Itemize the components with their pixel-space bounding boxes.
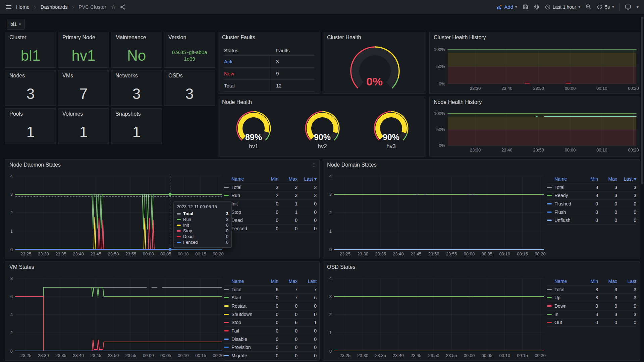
- legend-header-last[interactable]: Last ▾: [617, 176, 636, 182]
- legend-last-value: 0: [298, 328, 317, 334]
- legend-header-name[interactable]: Name: [547, 176, 579, 182]
- faults-status[interactable]: Ack: [223, 56, 269, 67]
- cluster-health-history-chart[interactable]: 0%50%100%23:3023:4023:5000:0000:1000:20: [430, 32, 640, 94]
- legend-max-value: 0: [278, 345, 298, 350]
- svg-text:23:25: 23:25: [20, 353, 32, 358]
- legend-series-name: Dead: [231, 218, 259, 223]
- legend-row-disable[interactable]: Disable000: [224, 335, 317, 344]
- legend-row-unflush[interactable]: Unflush000: [547, 216, 636, 225]
- variable-dropdown-cluster[interactable]: bl1 ▾: [7, 19, 24, 29]
- time-range-picker[interactable]: Last 1 hour ▾: [545, 4, 581, 10]
- legend-last-value: 7: [298, 287, 317, 292]
- save-icon[interactable]: [523, 4, 528, 10]
- legend-row-total[interactable]: Total677: [224, 286, 317, 294]
- legend-row-up[interactable]: Up333: [547, 294, 636, 302]
- legend-header-min[interactable]: Min: [259, 279, 278, 284]
- legend-header-row[interactable]: NameMinMaxLast: [224, 277, 317, 286]
- legend-series-swatch: [224, 314, 229, 315]
- breadcrumb-home[interactable]: Home: [16, 4, 30, 10]
- star-icon[interactable]: ☆: [111, 3, 116, 10]
- faults-status[interactable]: Total: [223, 80, 269, 92]
- add-button[interactable]: Add ▾: [497, 4, 517, 10]
- legend-row-in[interactable]: In333: [547, 310, 636, 319]
- legend-header-name[interactable]: Name: [224, 176, 259, 182]
- breadcrumb-dashboards[interactable]: Dashboards: [41, 4, 68, 10]
- svg-text:23:30: 23:30: [38, 251, 49, 256]
- faults-col-faults: Faults: [269, 48, 290, 53]
- legend-header-last[interactable]: Last: [298, 279, 317, 284]
- legend-header-last[interactable]: Last: [617, 279, 636, 284]
- faults-count: 9: [269, 71, 279, 76]
- stat-value: 1: [5, 120, 56, 144]
- legend-row-down[interactable]: Down000: [547, 302, 636, 310]
- legend-row-provision[interactable]: Provision000: [224, 344, 317, 352]
- svg-text:00:05: 00:05: [482, 251, 493, 256]
- scrollbar-thumb[interactable]: [641, 17, 643, 184]
- legend-series-name: Init: [231, 201, 259, 206]
- panel-title[interactable]: Cluster Faults: [218, 32, 320, 41]
- svg-text:23:40: 23:40: [501, 147, 513, 153]
- kiosk-monitor-icon[interactable]: [625, 4, 631, 10]
- legend-header-max[interactable]: Max: [278, 176, 298, 182]
- stat-title: Networks: [111, 70, 162, 79]
- legend-row-start[interactable]: Start076: [224, 294, 317, 302]
- breadcrumb-separator: ›: [34, 4, 36, 10]
- legend-min-value: 0: [259, 337, 278, 342]
- svg-text:23:30: 23:30: [38, 353, 49, 358]
- legend-row-ready[interactable]: Ready333: [547, 191, 636, 200]
- legend-min-value: 0: [579, 218, 598, 223]
- refresh-button[interactable]: 5s ▾: [597, 4, 614, 10]
- svg-text:2: 2: [329, 210, 332, 215]
- legend-series-swatch: [224, 347, 229, 348]
- legend-header-max[interactable]: Max: [598, 279, 617, 284]
- faults-status[interactable]: New: [223, 68, 269, 79]
- legend-last-value: 3: [298, 193, 317, 198]
- legend-row-dead[interactable]: Dead000: [224, 216, 317, 225]
- legend-header-row[interactable]: NameMinMaxLast: [547, 277, 636, 286]
- zoom-out-icon[interactable]: [586, 4, 591, 10]
- legend-row-shutdown[interactable]: Shutdown000: [224, 310, 317, 319]
- settings-icon[interactable]: [534, 4, 540, 10]
- legend-row-total[interactable]: Total333: [224, 183, 317, 192]
- legend-min-value: 3: [579, 312, 598, 317]
- legend-row-fail[interactable]: Fail000: [224, 327, 317, 335]
- legend-header-last[interactable]: Last ▾: [298, 176, 317, 182]
- legend-row-flushed[interactable]: Flushed000: [547, 200, 636, 208]
- node-health-history-chart[interactable]: 0%50%100%23:3023:4023:5000:0000:1000:20: [430, 97, 640, 156]
- svg-text:00:00: 00:00: [464, 251, 475, 256]
- legend-header-min[interactable]: Min: [579, 279, 598, 284]
- menu-icon[interactable]: [5, 4, 12, 10]
- legend-header-min[interactable]: Min: [579, 176, 598, 182]
- legend-header-row[interactable]: NameMinMaxLast ▾: [547, 175, 636, 183]
- legend-header-max[interactable]: Max: [598, 176, 617, 182]
- legend-min-value: 3: [579, 193, 598, 198]
- tooltip-row-total: Total3: [177, 211, 228, 217]
- svg-text:0: 0: [10, 349, 13, 354]
- legend-max-value: 6: [278, 320, 298, 325]
- panel-title[interactable]: Cluster Health: [323, 32, 426, 41]
- legend-header-row[interactable]: NameMinMaxLast ▾: [224, 175, 317, 183]
- legend-row-total[interactable]: Total333: [547, 286, 636, 294]
- chevron-down-icon[interactable]: ▾: [636, 4, 639, 9]
- legend-header-name[interactable]: Name: [547, 279, 579, 284]
- legend-row-fenced[interactable]: Fenced000: [224, 225, 317, 233]
- legend-header-max[interactable]: Max: [278, 279, 298, 284]
- legend-row-total[interactable]: Total333: [547, 183, 636, 192]
- legend-min-value: 0: [579, 209, 598, 215]
- panel-cluster-faults: Cluster Faults StatusFaultsAck3New9Total…: [218, 32, 320, 94]
- legend-row-restart[interactable]: Restart000: [224, 302, 317, 310]
- legend-row-flush[interactable]: Flush000: [547, 208, 636, 217]
- legend-row-stop[interactable]: Stop061: [224, 318, 317, 327]
- share-icon[interactable]: [120, 4, 125, 10]
- stat-value: 1: [111, 120, 162, 144]
- svg-text:23:50: 23:50: [108, 251, 119, 256]
- legend-header-min[interactable]: Min: [259, 176, 278, 182]
- legend-row-stop[interactable]: Stop010: [224, 208, 317, 217]
- legend-row-out[interactable]: Out000: [547, 318, 636, 327]
- legend-row-migrate[interactable]: Migrate000: [224, 352, 317, 360]
- svg-text:00:10: 00:10: [178, 251, 189, 256]
- legend-row-init[interactable]: Init010: [224, 200, 317, 208]
- gauge-value: 90%: [368, 132, 415, 142]
- legend-row-run[interactable]: Run233: [224, 191, 317, 200]
- legend-header-name[interactable]: Name: [224, 279, 259, 284]
